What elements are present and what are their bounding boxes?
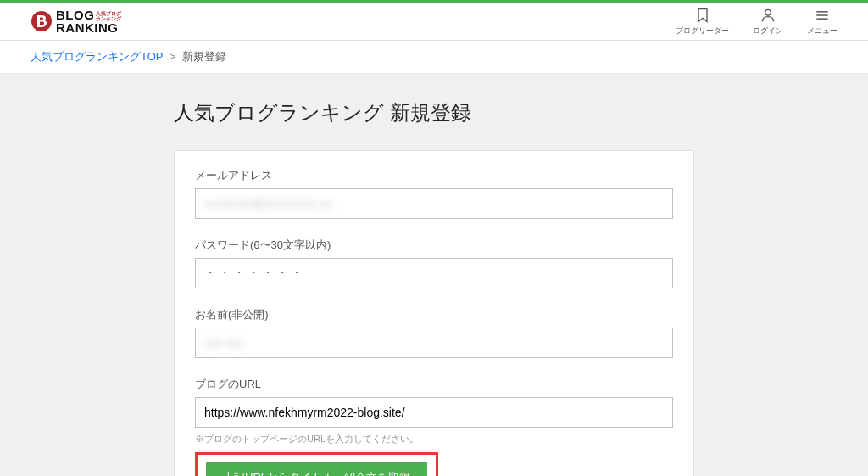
nav-reader-label: ブログリーダー — [676, 25, 729, 36]
bookmark-icon — [694, 7, 711, 24]
header: BLOG 人気ブログランキング RANKING ブログリーダー ログイン メニュ… — [0, 3, 868, 41]
url-group: ブログのURL ※ブログのトップページのURLを入力してください。 — [195, 377, 673, 445]
nav-blog-reader[interactable]: ブログリーダー — [676, 7, 729, 36]
breadcrumb: 人気ブログランキングTOP > 新規登録 — [0, 41, 868, 74]
logo[interactable]: BLOG 人気ブログランキング RANKING — [31, 8, 121, 34]
email-label: メールアドレス — [195, 168, 673, 183]
breadcrumb-separator: > — [170, 50, 176, 63]
email-group: メールアドレス xxxxxxxx@xxxxxxxxx.xx — [195, 168, 673, 219]
nav: ブログリーダー ログイン メニュー — [676, 7, 837, 36]
url-hint: ※ブログのトップページのURLを入力してください。 — [195, 433, 673, 445]
name-label: お名前(非公開) — [195, 307, 673, 322]
nav-login-label: ログイン — [753, 25, 783, 36]
nav-login[interactable]: ログイン — [753, 7, 783, 36]
page-title: 人気ブログランキング 新規登録 — [174, 99, 694, 143]
person-icon — [760, 7, 776, 24]
url-label: ブログのURL — [195, 377, 673, 392]
logo-icon — [31, 10, 53, 32]
password-label: パスワード(6〜30文字以内) — [195, 238, 673, 253]
url-field[interactable] — [195, 397, 673, 428]
nav-menu-label: メニュー — [807, 25, 837, 36]
breadcrumb-top-link[interactable]: 人気ブログランキングTOP — [31, 50, 163, 63]
email-field[interactable]: xxxxxxxx@xxxxxxxxx.xx — [195, 188, 673, 219]
logo-text: BLOG 人気ブログランキング RANKING — [56, 8, 121, 34]
breadcrumb-current: 新規登録 — [182, 50, 226, 63]
page-content: 人気ブログランキング 新規登録 メールアドレス xxxxxxxx@xxxxxxx… — [0, 74, 868, 476]
registration-form: メールアドレス xxxxxxxx@xxxxxxxxx.xx パスワード(6〜30… — [174, 150, 694, 476]
fetch-highlight-box: 上記URLからタイトル・紹介文を取得 — [195, 452, 438, 476]
nav-menu[interactable]: メニュー — [807, 7, 837, 36]
password-field[interactable]: ・・・・・・・ — [195, 258, 673, 288]
name-group: お名前(非公開) xxx xxx — [195, 307, 673, 358]
logo-line2: RANKING — [56, 21, 121, 34]
name-value: xxx xxx — [204, 336, 243, 350]
email-value: xxxxxxxx@xxxxxxxxx.xx — [204, 197, 332, 210]
name-field[interactable]: xxx xxx — [195, 328, 673, 358]
fetch-title-button[interactable]: 上記URLからタイトル・紹介文を取得 — [206, 462, 427, 476]
logo-line1: BLOG — [56, 8, 94, 21]
hamburger-icon — [814, 7, 831, 24]
password-value: ・・・・・・・ — [204, 266, 305, 281]
password-group: パスワード(6〜30文字以内) ・・・・・・・ — [195, 238, 673, 288]
svg-point-1 — [765, 9, 771, 15]
